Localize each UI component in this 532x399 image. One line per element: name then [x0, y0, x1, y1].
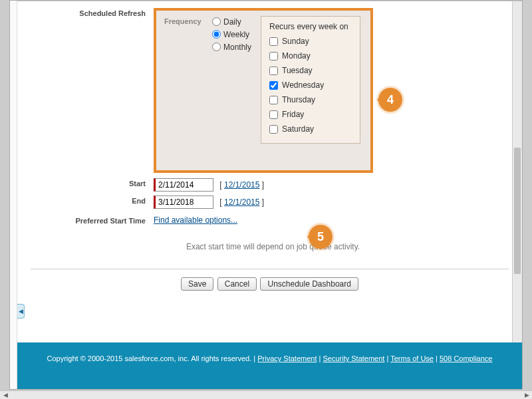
frequency-weekly-radio[interactable]: [212, 30, 221, 39]
frequency-daily[interactable]: Daily: [212, 16, 251, 27]
button-row: Save Cancel Unschedule Dashboard: [17, 269, 522, 304]
day-saturday[interactable]: Saturday: [269, 124, 352, 134]
day-sunday[interactable]: Sunday: [269, 37, 352, 46]
horizontal-scrollbar[interactable]: ◀ ▶: [0, 390, 532, 399]
day-thursday-checkbox[interactable]: [269, 96, 278, 104]
day-monday[interactable]: Monday: [269, 51, 352, 61]
preferred-label: Preferred Start Time: [37, 214, 154, 225]
day-sunday-checkbox[interactable]: [269, 37, 278, 46]
frequency-monthly[interactable]: Monthly: [212, 41, 251, 53]
frequency-monthly-radio[interactable]: [212, 43, 221, 51]
footer-terms-link[interactable]: Terms of Use: [390, 354, 434, 362]
start-date-input[interactable]: [154, 178, 213, 192]
start-date-hint: [ 12/1/2015 ]: [219, 180, 264, 190]
frequency-label: Frequency: [164, 16, 209, 25]
day-wednesday-checkbox[interactable]: [269, 81, 278, 90]
form-area: Scheduled Refresh Frequency Daily Weekly: [17, 1, 522, 251]
day-tuesday[interactable]: Tuesday: [269, 66, 352, 75]
row-start: Start [ 12/1/2015 ]: [37, 177, 509, 192]
day-thursday[interactable]: Thursday: [269, 95, 352, 104]
footer-security-link[interactable]: Security Statement: [323, 354, 384, 362]
footer: Copyright © 2000-2015 salesforce.com, in…: [17, 342, 522, 389]
end-date-hint-link[interactable]: 12/1/2015: [224, 198, 259, 207]
frequency-daily-radio[interactable]: [212, 17, 221, 26]
footer-privacy-link[interactable]: Privacy Statement: [257, 354, 317, 362]
day-monday-checkbox[interactable]: [269, 52, 278, 61]
row-preferred: Preferred Start Time Find available opti…: [37, 214, 509, 225]
start-label: Start: [37, 177, 154, 188]
queue-note: Exact start time will depend on job queu…: [37, 242, 509, 251]
sidebar-toggle[interactable]: ◀: [17, 304, 25, 319]
footer-508-link[interactable]: 508 Compliance: [440, 354, 493, 362]
end-date-hint: [ 12/1/2015 ]: [219, 198, 264, 207]
frequency-weekly[interactable]: Weekly: [212, 29, 251, 40]
hscroll-right-arrow[interactable]: ▶: [521, 391, 532, 399]
days-title: Recurs every week on: [269, 22, 352, 31]
callout-4: 4: [378, 88, 402, 112]
unschedule-button[interactable]: Unschedule Dashboard: [260, 277, 358, 291]
footer-copyright: Copyright © 2000-2015 salesforce.com, in…: [47, 354, 252, 362]
app-window: ◀ Scheduled Refresh Frequency Daily: [9, 0, 523, 390]
cancel-button[interactable]: Cancel: [217, 277, 257, 291]
callout-5: 5: [309, 225, 332, 249]
frequency-radio-group: Daily Weekly Monthly: [209, 16, 251, 54]
section-title: Scheduled Refresh: [37, 7, 154, 17]
row-frequency: Scheduled Refresh Frequency Daily Weekly: [37, 7, 509, 173]
start-date-hint-link[interactable]: 12/1/2015: [224, 180, 259, 190]
day-wednesday[interactable]: Wednesday: [269, 80, 352, 90]
end-date-input[interactable]: [154, 196, 213, 209]
end-label: End: [37, 194, 154, 205]
vertical-scrollbar-thumb[interactable]: [514, 148, 521, 274]
day-tuesday-checkbox[interactable]: [269, 66, 278, 75]
vertical-scrollbar[interactable]: [512, 1, 522, 342]
main-panel: ◀ Scheduled Refresh Frequency Daily: [17, 1, 522, 389]
hscroll-left-arrow[interactable]: ◀: [0, 391, 11, 399]
day-friday-checkbox[interactable]: [269, 110, 278, 119]
days-box: Recurs every week on Sunday Monday Tuesd…: [261, 16, 360, 144]
frequency-box: Frequency Daily Weekly: [154, 8, 373, 173]
row-end: End [ 12/1/2015 ]: [37, 194, 509, 209]
find-available-options-link[interactable]: Find available options...: [154, 215, 237, 225]
save-button[interactable]: Save: [181, 277, 213, 291]
day-saturday-checkbox[interactable]: [269, 125, 278, 134]
day-friday[interactable]: Friday: [269, 110, 352, 119]
